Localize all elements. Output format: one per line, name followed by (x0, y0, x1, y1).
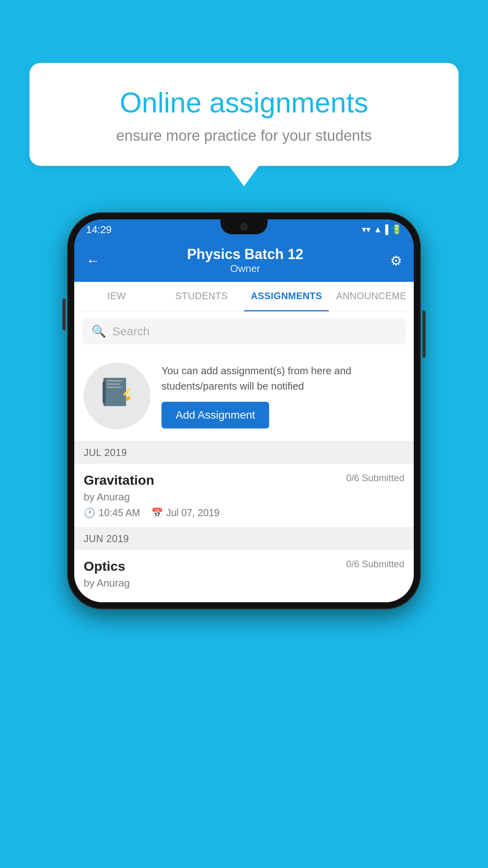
notch (220, 219, 268, 234)
assignment-date: 📅 Jul 07, 2019 (151, 507, 220, 519)
assignment-item-gravitation[interactable]: Gravitation 0/6 Submitted by Anurag 🕐 10… (74, 464, 414, 528)
assignment-submitted-optics: 0/6 Submitted (346, 559, 404, 570)
section-header-jun: JUN 2019 (74, 528, 414, 550)
front-camera (240, 223, 248, 230)
power-button (422, 311, 426, 358)
tab-iew[interactable]: IEW (74, 282, 159, 311)
signal-icon: ▲▐ (374, 224, 388, 235)
calendar-icon: 📅 (151, 508, 163, 519)
add-assignment-promo: You can add assignment(s) from here and … (74, 351, 414, 441)
search-placeholder: Search (112, 325, 150, 338)
assignment-top-row: Gravitation 0/6 Submitted (84, 473, 404, 488)
svg-rect-3 (106, 383, 120, 385)
speech-bubble-container: Online assignments ensure more practice … (29, 63, 459, 166)
tab-students[interactable]: STUDENTS (159, 282, 244, 311)
assignment-meta: 🕐 10:45 AM 📅 Jul 07, 2019 (84, 507, 404, 519)
svg-rect-5 (103, 382, 106, 403)
assignment-author: by Anurag (84, 491, 404, 503)
phone-outer: 14:29 ▾▾ ▲▐ 🔋 ← Physics Batch 12 Owner ⚙… (67, 212, 421, 609)
promo-icon-circle (84, 362, 150, 429)
time-value: 10:45 AM (99, 507, 140, 519)
notebook-icon (99, 375, 135, 417)
tab-announcements[interactable]: ANNOUNCEME (329, 282, 414, 311)
header-subtitle: Owner (100, 263, 390, 275)
promo-right: You can add assignment(s) from here and … (161, 363, 404, 428)
volume-button (62, 299, 66, 330)
svg-rect-4 (106, 386, 121, 388)
add-assignment-button[interactable]: Add Assignment (161, 402, 269, 428)
status-time: 14:29 (86, 224, 112, 236)
clock-icon: 🕐 (84, 508, 95, 519)
date-value: Jul 07, 2019 (166, 507, 220, 519)
settings-button[interactable]: ⚙ (390, 253, 402, 268)
status-icons: ▾▾ ▲▐ 🔋 (362, 224, 402, 235)
section-header-jul: JUL 2019 (74, 441, 414, 464)
wifi-icon: ▾▾ (362, 224, 371, 235)
app-header: ← Physics Batch 12 Owner ⚙ (74, 240, 414, 282)
phone-screen: 14:29 ▾▾ ▲▐ 🔋 ← Physics Batch 12 Owner ⚙… (74, 219, 414, 602)
speech-bubble-subtitle: ensure more practice for your students (57, 127, 431, 144)
header-title: Physics Batch 12 (100, 246, 390, 263)
tab-assignments[interactable]: ASSIGNMENTS (244, 282, 329, 311)
svg-rect-7 (125, 395, 131, 401)
search-input-wrap[interactable]: 🔍 Search (82, 318, 406, 344)
assignment-name-optics: Optics (84, 559, 125, 574)
svg-rect-1 (106, 378, 126, 406)
battery-icon: 🔋 (391, 224, 402, 235)
assignment-name: Gravitation (84, 473, 154, 488)
assignment-submitted: 0/6 Submitted (346, 473, 404, 484)
search-bar-container: 🔍 Search (74, 312, 414, 351)
search-icon: 🔍 (92, 324, 106, 338)
promo-text: You can add assignment(s) from here and … (161, 363, 404, 394)
back-button[interactable]: ← (86, 252, 100, 269)
header-center: Physics Batch 12 Owner (100, 246, 390, 275)
svg-rect-2 (106, 380, 122, 382)
assignment-top-row-optics: Optics 0/6 Submitted (84, 559, 404, 574)
assignment-author-optics: by Anurag (84, 577, 404, 589)
speech-bubble: Online assignments ensure more practice … (29, 63, 459, 166)
speech-bubble-title: Online assignments (57, 86, 431, 119)
assignment-item-optics[interactable]: Optics 0/6 Submitted by Anurag (74, 550, 414, 602)
assignment-time: 🕐 10:45 AM (84, 507, 140, 519)
phone-device: 14:29 ▾▾ ▲▐ 🔋 ← Physics Batch 12 Owner ⚙… (67, 212, 421, 609)
tab-bar: IEW STUDENTS ASSIGNMENTS ANNOUNCEME (74, 282, 414, 312)
